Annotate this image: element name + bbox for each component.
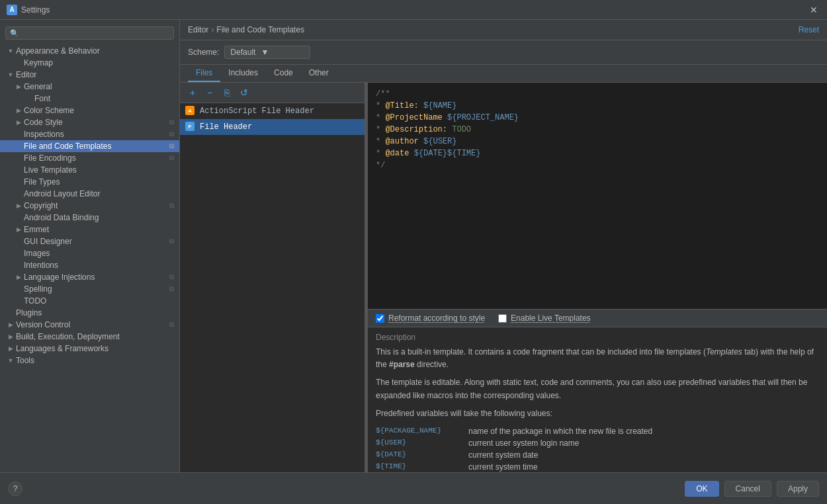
app-icon: A <box>7 5 17 15</box>
code-comment: * <box>376 125 385 134</box>
code-variable: ${USER} <box>423 137 457 146</box>
search-input[interactable] <box>22 28 169 38</box>
arrow-icon: ▶ <box>13 274 24 280</box>
sidebar-item-languages-frameworks[interactable]: ▶ Languages & Frameworks <box>0 343 179 355</box>
search-box[interactable]: 🔍 <box>5 26 174 40</box>
sidebar-item-appearance[interactable]: ▼ Appearance & Behavior <box>0 45 179 57</box>
scheme-value: Default <box>230 48 255 57</box>
sidebar-item-font[interactable]: Font <box>0 93 179 105</box>
template-entry-fileheader[interactable]: F File Header <box>180 119 365 135</box>
sidebar-item-label: Emmet <box>24 225 49 234</box>
arrow-icon: ▶ <box>13 83 24 90</box>
sidebar-item-version-control[interactable]: ▶ Version Control ⧉ <box>0 319 179 331</box>
reset-template-button[interactable]: ↺ <box>237 85 251 100</box>
variable-name-user: ${USER} <box>376 437 468 449</box>
code-space <box>419 101 423 110</box>
scheme-label: Scheme: <box>188 48 219 57</box>
tab-other[interactable]: Other <box>301 65 337 82</box>
entry-name-actionscript: ActionScript File Header <box>200 106 314 116</box>
copy-icon: ⧉ <box>169 202 174 210</box>
sidebar-item-general[interactable]: ▶ General <box>0 81 179 93</box>
code-editor[interactable]: /** * @Title: ${NAME} * @ProjectName ${P… <box>368 83 827 309</box>
breadcrumb: Editor › File and Code Templates Reset <box>180 20 827 40</box>
close-button[interactable]: ✕ <box>807 3 820 17</box>
sidebar-item-copyright[interactable]: ▶ Copyright ⧉ <box>0 200 179 212</box>
variable-desc-time: current system time <box>468 461 819 472</box>
variable-name-time: ${TIME} <box>376 461 468 472</box>
live-templates-label: Enable Live Templates <box>511 314 591 323</box>
sidebar-item-label: Keymap <box>24 58 53 67</box>
code-variable: ${DATE}${TIME} <box>414 149 481 158</box>
sidebar-item-language-injections[interactable]: ▶ Language Injections ⧉ <box>0 271 179 283</box>
code-annotation: @date <box>385 149 409 158</box>
fh-file-icon: F <box>185 122 195 131</box>
sidebar-item-color-scheme[interactable]: ▶ Color Scheme <box>0 105 179 116</box>
sidebar-item-live-templates[interactable]: Live Templates <box>0 164 179 176</box>
reset-link[interactable]: Reset <box>799 25 819 34</box>
copy-icon: ⧉ <box>169 285 174 293</box>
sidebar-item-label: Plugins <box>16 308 42 317</box>
copy-template-button[interactable]: ⎘ <box>220 85 234 100</box>
code-comment: * <box>376 149 385 158</box>
sidebar-item-file-encodings[interactable]: File Encodings ⧉ <box>0 152 179 164</box>
breadcrumb-path: Editor › File and Code Templates <box>188 25 304 34</box>
sidebar-item-label: Editor <box>16 70 36 79</box>
sidebar-item-label: Appearance & Behavior <box>16 46 100 56</box>
reformat-checkbox[interactable] <box>376 314 384 323</box>
scheme-dropdown[interactable]: Default ▼ <box>224 46 310 59</box>
add-template-button[interactable]: + <box>185 85 200 100</box>
sidebar-item-intentions[interactable]: Intentions <box>0 259 179 271</box>
code-comment: */ <box>376 161 385 170</box>
list-toolbar: + − ⎘ ↺ <box>180 83 365 103</box>
copy-icon: ⧉ <box>169 237 174 245</box>
sidebar-item-tools[interactable]: ▼ Tools <box>0 355 179 366</box>
help-button[interactable]: ? <box>8 482 22 496</box>
sidebar-item-code-style[interactable]: ▶ Code Style ⧉ <box>0 116 179 128</box>
entry-icon-as: A <box>185 106 196 116</box>
tab-code[interactable]: Code <box>266 65 301 82</box>
code-comment: /** <box>376 89 390 99</box>
template-entry-actionscript[interactable]: A ActionScript File Header <box>180 103 365 119</box>
sidebar-item-file-code-templates[interactable]: File and Code Templates ⧉ <box>0 140 179 152</box>
sidebar-item-editor[interactable]: ▼ Editor <box>0 69 179 81</box>
sidebar-item-todo[interactable]: TODO <box>0 295 179 307</box>
live-templates-checkbox[interactable] <box>498 314 507 323</box>
code-annotation: @Description: <box>385 125 447 134</box>
sidebar-item-keymap[interactable]: Keymap <box>0 57 179 69</box>
live-templates-option[interactable]: Enable Live Templates <box>498 314 591 323</box>
copy-icon: ⧉ <box>169 321 174 329</box>
apply-button[interactable]: Apply <box>777 481 819 497</box>
remove-template-button[interactable]: − <box>202 85 217 100</box>
code-space <box>419 137 423 146</box>
sidebar-item-android-data-binding[interactable]: Android Data Binding <box>0 212 179 224</box>
sidebar-item-build-execution[interactable]: ▶ Build, Execution, Deployment <box>0 331 179 343</box>
code-line-5: * @author ${USER} <box>376 136 819 147</box>
code-comment: * <box>376 113 385 122</box>
sidebar-item-label: Code Style <box>24 118 63 127</box>
sidebar-item-inspections[interactable]: Inspections ⧉ <box>0 128 179 140</box>
sidebar-item-label: File Types <box>24 177 60 187</box>
tab-files[interactable]: Files <box>188 65 220 82</box>
arrow-icon: ▼ <box>5 357 16 364</box>
reformat-option[interactable]: Reformat according to style <box>376 314 485 323</box>
sidebar-item-plugins[interactable]: Plugins <box>0 307 179 319</box>
code-comment: * <box>376 101 385 110</box>
sidebar-item-file-types[interactable]: File Types <box>0 176 179 188</box>
sidebar-item-label: Tools <box>16 356 34 365</box>
breadcrumb-current: File and Code Templates <box>216 25 304 34</box>
reformat-label: Reformat according to style <box>388 314 485 323</box>
tab-includes[interactable]: Includes <box>220 65 266 82</box>
sidebar-item-label: File and Code Templates <box>24 142 112 151</box>
sidebar-item-gui-designer[interactable]: GUI Designer ⧉ <box>0 235 179 247</box>
sidebar-item-spelling[interactable]: Spelling ⧉ <box>0 283 179 295</box>
code-line-7: */ <box>376 159 819 171</box>
sidebar-item-label: GUI Designer <box>24 237 72 246</box>
ok-button[interactable]: OK <box>685 481 718 497</box>
sidebar-item-images[interactable]: Images <box>0 247 179 259</box>
cancel-button[interactable]: Cancel <box>724 481 771 497</box>
sidebar-item-emmet[interactable]: ▶ Emmet <box>0 224 179 235</box>
variable-row: ${PACKAGE_NAME} name of the package in w… <box>376 425 819 437</box>
sidebar-item-android-layout-editor[interactable]: Android Layout Editor <box>0 188 179 200</box>
sidebar-item-label: Android Layout Editor <box>24 189 100 198</box>
arrow-icon: ▶ <box>5 333 16 340</box>
